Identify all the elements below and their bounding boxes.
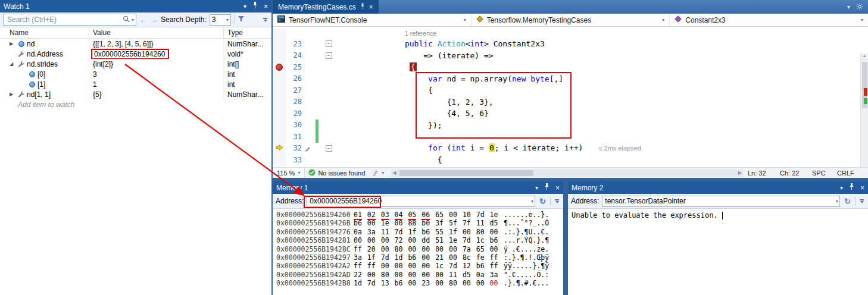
breakpoint-gutter[interactable] <box>273 154 286 166</box>
type-dropdown[interactable]: Tensorflow.MemoryTestingCases ▾ <box>472 14 670 26</box>
breakpoint-gutter[interactable] <box>273 61 286 73</box>
code-text[interactable]: => (iterate) => <box>333 50 868 62</box>
fold-toggle-icon[interactable]: − <box>326 40 332 47</box>
column-header-value[interactable]: Value <box>89 27 224 38</box>
code-line[interactable]: 33{ <box>273 154 868 166</box>
address-dropdown-icon[interactable]: ▾ <box>836 199 838 204</box>
code-text[interactable]: var nd = np.array(new byte[,] <box>333 73 868 85</box>
address-combo[interactable]: ▾ <box>602 196 840 207</box>
memory-row[interactable]: 0x000002556B1942600102030405066500107d1e… <box>276 211 563 219</box>
expand-icon[interactable]: ▶ <box>7 92 15 97</box>
window-menu-icon[interactable]: ▾ <box>535 185 538 191</box>
breakpoint-gutter[interactable] <box>273 84 286 96</box>
vertical-scrollbar[interactable]: ▲ ▼ <box>860 54 868 167</box>
memory-row[interactable]: 0x000002556B19426Bb6001e0088b03f5f7f11d5… <box>276 219 563 227</box>
code-line[interactable]: 23−public Action<int> Constant2x3 <box>273 38 868 50</box>
code-text[interactable]: {4, 5, 6} <box>333 108 868 120</box>
code-line[interactable]: 25{ <box>273 61 868 73</box>
breakpoint-icon[interactable] <box>276 64 283 71</box>
gear-icon[interactable] <box>856 2 863 12</box>
breakpoint-gutter[interactable] <box>273 143 286 155</box>
code-cleanup-button[interactable]: ▾ <box>369 169 388 177</box>
expand-icon[interactable]: ▶ <box>7 41 15 46</box>
code-line[interactable]: 31 <box>273 131 868 143</box>
code-text[interactable]: {1, 2, 3}, <box>333 96 868 108</box>
fold-toggle-icon[interactable]: − <box>326 52 332 59</box>
code-line[interactable]: 26var nd = np.array(new byte[,] <box>273 73 868 85</box>
watch-filter-icon[interactable] <box>238 15 245 24</box>
refresh-icon[interactable]: ↻ <box>843 197 852 205</box>
status-line-ending[interactable]: CRLF <box>837 170 863 177</box>
memory-row[interactable]: 0x000002556B1942810000007200dd511e7d1cb6… <box>276 236 563 244</box>
address-input[interactable] <box>605 197 836 205</box>
pin-icon[interactable] <box>544 183 549 192</box>
memory-row[interactable]: 0x000002556B1942A2ffff000000001c7d12b6ff… <box>276 262 563 270</box>
code-text[interactable]: { <box>333 154 868 166</box>
refresh-icon[interactable]: ↻ <box>538 197 547 205</box>
memory-row[interactable]: 0x000002556B1942B81d7d13b600230080000000… <box>276 279 563 287</box>
horizontal-scrollbar[interactable]: ◀ ▶ <box>391 170 743 177</box>
collapse-icon[interactable]: ◢ <box>7 61 15 67</box>
status-spaces[interactable]: SPC <box>812 170 837 177</box>
watch-row[interactable]: [1]1int <box>0 79 271 89</box>
column-header-type[interactable]: Type <box>224 27 271 38</box>
address-input[interactable] <box>310 197 531 205</box>
window-menu-icon[interactable]: ▾ <box>840 185 843 191</box>
member-dropdown[interactable]: Constant2x3 ▾ <box>670 14 868 26</box>
watch-search-box[interactable]: ▾ <box>3 14 136 26</box>
close-icon[interactable]: × <box>860 184 864 192</box>
code-line[interactable]: 29{4, 5, 6} <box>273 108 868 120</box>
toolbar-overflow-icon[interactable] <box>263 18 267 22</box>
breakpoint-gutter[interactable] <box>273 120 286 131</box>
breakpoint-gutter[interactable] <box>273 131 286 143</box>
watch-row[interactable]: ▶nd[1, 1]{5}NumShar... <box>0 89 271 99</box>
code-line[interactable]: 30}); <box>273 120 868 131</box>
watch-row[interactable]: ▶nd{[[1, 2, 3], [4, 5, 6]]}NumShar... <box>0 39 271 49</box>
search-input[interactable] <box>7 15 121 24</box>
address-dropdown-icon[interactable]: ▾ <box>531 199 533 204</box>
close-icon[interactable]: × <box>264 3 268 10</box>
breakpoint-gutter[interactable] <box>273 73 286 85</box>
code-text[interactable]: { <box>333 84 868 96</box>
window-menu-icon[interactable]: ▾ <box>243 4 246 10</box>
code-line[interactable]: 28{1, 2, 3}, <box>273 96 868 108</box>
code-line[interactable]: 32−for (int i = 0; i < iterate; i++)≤ 2m… <box>273 143 868 155</box>
breakpoint-gutter[interactable] <box>273 96 286 108</box>
codelens-references[interactable]: 1 reference <box>405 30 436 37</box>
breakpoint-gutter[interactable] <box>273 38 286 50</box>
memory-row[interactable]: 0x000002556B1942760a3a117d1fb6551f008000… <box>276 228 563 236</box>
code-area[interactable]: 1 reference23−public Action<int> Constan… <box>273 27 868 167</box>
close-icon[interactable]: × <box>369 3 373 11</box>
code-line[interactable]: 27{ <box>273 84 868 96</box>
close-icon[interactable]: × <box>555 184 560 192</box>
fold-toggle-icon[interactable]: − <box>326 145 332 152</box>
issues-indicator[interactable]: No issues found <box>305 169 369 177</box>
pin-icon[interactable] <box>360 3 365 11</box>
watch-row[interactable]: [0]3int <box>0 69 271 79</box>
zoom-select[interactable]: 115 % ▾ <box>273 168 305 178</box>
search-icon[interactable] <box>123 15 130 24</box>
address-combo[interactable]: ▾ <box>307 196 535 207</box>
watch-titlebar[interactable]: Watch 1 ▾ × <box>0 0 271 12</box>
breakpoint-gutter[interactable] <box>273 50 286 62</box>
memory2-message-area[interactable]: Unable to evaluate the expression. <box>568 209 868 222</box>
memory-row[interactable]: 0x000002556B1942973a1f7d1db60021008cfeff… <box>276 253 563 262</box>
back-icon[interactable]: ← <box>139 16 147 24</box>
scroll-up-icon[interactable]: ▲ <box>861 54 868 58</box>
add-watch-item[interactable]: Add item to watch <box>0 99 271 109</box>
pin-icon[interactable] <box>252 2 258 11</box>
memory-row[interactable]: 0x000002556B1942AD2200800000000011d50a3a… <box>276 271 563 279</box>
search-dropdown-icon[interactable]: ▾ <box>132 17 134 23</box>
project-dropdown[interactable]: TensorFlowNET.Console ▾ <box>273 14 472 26</box>
tab-memorytestingcases[interactable]: MemoryTestingCases.cs × <box>273 0 379 14</box>
hscroll-thumb[interactable] <box>399 170 533 176</box>
memory2-titlebar[interactable]: Memory 2 ▾ × <box>568 181 868 194</box>
hscroll-right-icon[interactable]: ▶ <box>738 170 742 177</box>
toolbar-overflow-icon[interactable] <box>555 199 559 203</box>
memory1-rows[interactable]: 0x000002556B1942600102030405066500107d1e… <box>273 209 563 288</box>
code-text[interactable]: for (int i = 0; i < iterate; i++)≤ 2ms e… <box>333 142 868 155</box>
memory1-titlebar[interactable]: Memory 1 ▾ × <box>273 181 563 194</box>
forward-icon[interactable]: → <box>150 16 158 24</box>
pin-icon[interactable] <box>849 183 854 192</box>
code-text[interactable]: public Action<int> Constant2x3 <box>333 38 868 50</box>
